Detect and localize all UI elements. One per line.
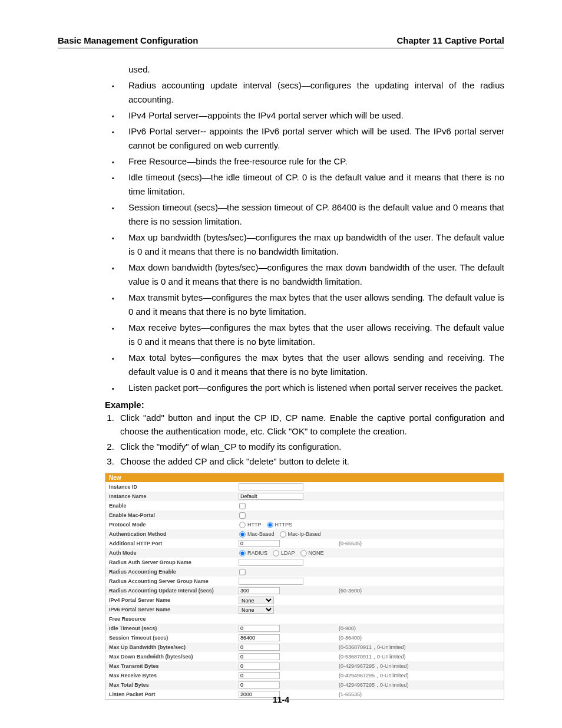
row-max-tx: Max Transmit Bytes(0-4294967295，0-Unlimi…: [105, 661, 504, 671]
row-ipv6-portal: IPv6 Portal Server Name None: [105, 605, 504, 614]
hint-max-down: (0-536870911，0-Unlimited): [339, 653, 500, 661]
row-radius-acct-group: Radius Accounting Server Group Name: [105, 577, 504, 586]
label-ipv4-portal: IPv4 Portal Server Name: [109, 597, 239, 603]
label-auth-mode: Auth Mode: [109, 550, 239, 556]
bullet-item: Listen packet port—configures the port w…: [128, 381, 504, 395]
label-idle-timeout: Idle Timeout (secs): [109, 625, 239, 631]
input-max-total[interactable]: [239, 681, 280, 689]
radio-mac-based[interactable]: [239, 531, 245, 537]
opt-radius: RADIUS: [247, 550, 267, 556]
row-radius-interval: Radius Accounting Update Interval (secs)…: [105, 586, 504, 595]
label-enable-mac: Enable Mac-Portal: [109, 512, 239, 518]
label-protocol: Protocol Mode: [109, 522, 239, 528]
label-radius-acct-group: Radius Accounting Server Group Name: [109, 578, 239, 584]
bullet-item: Free Resource—binds the free-resource ru…: [128, 154, 504, 169]
example-step: Click the "modify" of wlan_CP to modify …: [117, 440, 504, 453]
select-ipv6-portal[interactable]: None: [239, 606, 274, 614]
label-auth-method: Authentication Method: [109, 531, 239, 537]
row-max-up: Max Up Bandwidth (bytes/sec)(0-536870911…: [105, 643, 504, 652]
radio-none[interactable]: [300, 550, 306, 556]
checkbox-enable[interactable]: [239, 503, 245, 509]
input-http-port[interactable]: [239, 540, 280, 547]
row-ipv4-portal: IPv4 Portal Server Name None: [105, 595, 504, 605]
row-max-down: Max Down Bandwidth (bytes/sec)(0-5368709…: [105, 652, 504, 661]
label-max-down: Max Down Bandwidth (bytes/sec): [109, 654, 239, 660]
opt-https: HTTPS: [275, 522, 293, 528]
header-right: Chapter 11 Captive Portal: [396, 35, 504, 45]
bullet-item: Session timeout (secs)—the session timeo…: [128, 200, 504, 229]
input-max-up[interactable]: [239, 644, 280, 651]
label-http-port: Additional HTTP Port: [109, 541, 239, 546]
hint-http-port: (0-65535): [339, 541, 500, 546]
label-free-resource: Free Resource: [109, 616, 239, 622]
input-max-tx[interactable]: [239, 663, 280, 670]
label-max-total: Max Total Bytes: [109, 682, 239, 688]
input-radius-interval[interactable]: [239, 587, 280, 594]
radio-radius[interactable]: [239, 550, 245, 556]
radio-https[interactable]: [267, 522, 273, 528]
header-left: Basic Management Configuration: [58, 35, 198, 45]
cp-form: New Instance ID Instance Name Enable Ena…: [105, 473, 504, 700]
hint-idle-timeout: (0-900): [339, 625, 500, 631]
row-auth-method: Authentication Method Mac-Based Mac-Ip-B…: [105, 529, 504, 539]
hint-max-rx: (0-4294967295，0-Unlimited): [339, 672, 500, 680]
opt-mac-based: Mac-Based: [247, 531, 275, 537]
label-enable: Enable: [109, 503, 239, 509]
hint-max-total: (0-4294967295，0-Unlimited): [339, 681, 500, 689]
radio-http[interactable]: [239, 522, 245, 528]
form-title: New: [105, 473, 504, 482]
row-enable: Enable: [105, 501, 504, 510]
radio-mac-ip-based[interactable]: [280, 531, 286, 537]
label-session-timeout: Session Timeout (secs): [109, 635, 239, 641]
opt-none: NONE: [309, 550, 324, 556]
hint-radius-interval: (60-3600): [339, 588, 500, 594]
bullet-item: Max down bandwidth (bytes/sec)—configure…: [128, 261, 504, 289]
opt-http: HTTP: [247, 522, 262, 528]
example-steps: Click "add" button and input the CP ID, …: [58, 411, 504, 468]
input-max-down[interactable]: [239, 653, 280, 660]
opt-ldap: LDAP: [281, 550, 295, 556]
input-radius-acct-group[interactable]: [239, 578, 303, 585]
input-radius-auth-group[interactable]: [239, 559, 303, 566]
page-header: Basic Management Configuration Chapter 1…: [58, 35, 504, 48]
row-protocol: Protocol Mode HTTP HTTPS: [105, 520, 504, 529]
page-number: 11-4: [0, 695, 562, 704]
input-session-timeout[interactable]: [239, 634, 280, 641]
bullet-continuation: used.: [128, 62, 504, 77]
bullet-item: IPv4 Portal server—appoints the IPv4 por…: [128, 108, 504, 123]
row-instance-name: Instance Name: [105, 492, 504, 501]
input-max-rx[interactable]: [239, 672, 280, 679]
input-instance-name[interactable]: [239, 493, 303, 500]
label-max-rx: Max Receive Bytes: [109, 673, 239, 678]
row-radius-auth-group: Radius Auth Server Group Name: [105, 558, 504, 567]
bullet-item: Max transmit bytes—configures the max by…: [128, 291, 504, 319]
row-auth-mode: Auth Mode RADIUS LDAP NONE: [105, 548, 504, 558]
row-idle-timeout: Idle Timeout (secs) (0-900): [105, 624, 504, 633]
row-enable-mac: Enable Mac-Portal: [105, 510, 504, 520]
hint-max-up: (0-536870911，0-Unlimited): [339, 644, 500, 651]
bullet-item: Idle timeout (secs)—the idle timeout of …: [128, 170, 504, 199]
label-instance-id: Instance ID: [109, 484, 239, 490]
input-idle-timeout[interactable]: [239, 625, 280, 632]
label-radius-acct-enable: Radius Accounting Enable: [109, 569, 239, 575]
row-instance-id: Instance ID: [105, 482, 504, 492]
label-max-up: Max Up Bandwidth (bytes/sec): [109, 644, 239, 650]
row-radius-acct-enable: Radius Accounting Enable: [105, 567, 504, 577]
bullet-item: IPv6 Portal server-- appoints the IPv6 p…: [128, 124, 504, 153]
bullet-item: Radius accounting update interval (secs)…: [128, 78, 504, 107]
bullet-list: used. Radius accounting update interval …: [58, 62, 504, 395]
row-session-timeout: Session Timeout (secs) (0-86400): [105, 633, 504, 643]
checkbox-enable-mac[interactable]: [239, 512, 245, 518]
row-free-resource: Free Resource: [105, 614, 504, 624]
radio-ldap[interactable]: [273, 550, 279, 556]
label-radius-interval: Radius Accounting Update Interval (secs): [109, 588, 239, 594]
checkbox-radius-acct-enable[interactable]: [239, 569, 245, 575]
example-step: Click "add" button and input the CP ID, …: [117, 411, 504, 439]
hint-max-tx: (0-4294967295，0-Unlimited): [339, 663, 500, 670]
opt-mac-ip-based: Mac-Ip-Based: [288, 531, 321, 537]
example-step: Choose the added CP and click "delete" b…: [117, 454, 504, 468]
label-ipv6-portal: IPv6 Portal Server Name: [109, 607, 239, 612]
select-ipv4-portal[interactable]: None: [239, 597, 274, 604]
bullet-item: Max total bytes—configures the max bytes…: [128, 351, 504, 379]
input-instance-id[interactable]: [239, 483, 303, 490]
